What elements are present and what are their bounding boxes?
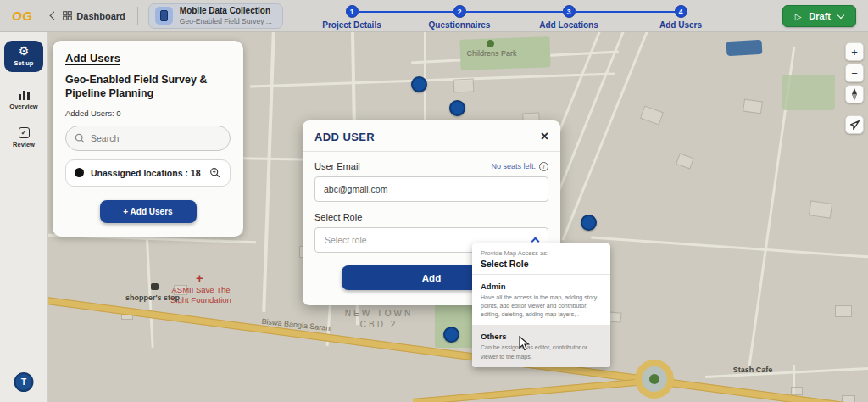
grid-icon [63,11,72,20]
zoom-out-button[interactable]: − [845,64,864,82]
checkbox-icon: ✓ [19,127,30,138]
step-project-details[interactable]: 1 Project Details [301,5,403,30]
step-number: 4 [675,5,687,18]
zoom-in-button[interactable]: + [845,42,864,61]
logo-og-text: OG [12,8,32,23]
step-number: 3 [563,5,576,18]
tree-icon [649,374,659,384]
shop-icon [151,283,159,290]
map-label-stash-cafe: Stash Cafe [715,366,791,374]
role-label: Select Role [314,212,548,222]
map-street [562,32,650,241]
compass-needle-icon [849,88,860,100]
step-add-locations[interactable]: 3 Add Locations [518,5,620,30]
step-add-users[interactable]: 4 Add Users [630,5,732,30]
location-dot-icon [75,168,84,177]
step-number: 2 [453,5,466,18]
unassigned-locations-label: Unassigned locations : 18 [91,168,203,178]
draft-label: Draft [809,11,831,21]
email-label: User Email [314,161,360,171]
step-label: Project Details [301,20,403,30]
building [791,387,803,395]
add-users-panel: Add Users Geo-Enabled Field Survey & Pip… [53,41,243,237]
role-option-desc: Have all the access in the map, adding s… [481,293,602,319]
step-label: Add Locations [518,20,620,30]
mobile-icon [155,7,173,25]
step-questionnaires[interactable]: 2 Questionnaires [409,5,510,30]
map-label-shoppers-stop: shopper's stop [114,293,191,302]
role-option-name: Admin [481,282,602,291]
play-icon: ▷ [795,12,802,21]
role-option-admin[interactable]: Admin Have all the access in the map, ad… [472,275,610,325]
app-screen: Childrens Park + ASMII Save The Sight Fo… [0,0,868,402]
sidebar-item-setup[interactable]: ⚙ Set up [4,41,43,72]
seats-note-text: No seats left. [491,162,536,170]
map-label-new-town: NEW TOWN [337,309,421,318]
map-street [262,32,275,312]
map-label-childrens-park: Childrens Park [453,49,530,58]
building [453,78,475,92]
role-option-others[interactable]: Others Can be assigned as editor, contri… [472,325,610,366]
sidebar-item-overview[interactable]: Overview [4,89,43,110]
dashboard-label: Dashboard [76,11,125,21]
panel-title: Add Users [65,52,231,64]
chevron-down-icon [837,11,844,18]
top-bar: MAPOG Dashboard Mobile Data Collection G… [0,0,868,32]
modal-title: ADD USER [314,131,375,143]
step-label: Add Users [630,20,732,30]
user-avatar[interactable]: T [14,372,34,392]
search-box[interactable] [65,126,231,151]
map-marker[interactable] [449,100,465,116]
role-select-placeholder: Select role [325,235,367,245]
map-marker[interactable] [581,215,597,231]
added-users-count: Added Users: 0 [65,109,231,118]
step-number: 1 [346,5,359,18]
close-icon[interactable]: × [541,130,548,143]
project-tab-subtitle: Geo-Enabled Field Survey ... [180,17,272,25]
gear-icon: ⚙ [4,45,43,57]
locate-button[interactable] [845,115,864,134]
building [842,395,855,402]
building [743,99,763,114]
step-label: Questionnaires [409,20,510,30]
dropdown-heading: Select Role [481,259,602,269]
navigation-arrow-icon [849,120,860,131]
role-option-name: Others [481,332,602,341]
email-field[interactable] [314,176,548,202]
building [809,200,832,218]
map-controls: + − [845,42,864,134]
map-label-cbd2: CBD 2 [337,320,421,329]
role-dropdown: Provide Map Access as: Select Role Admin… [472,243,610,367]
draft-button[interactable]: ▷ Draft [782,5,856,27]
info-icon[interactable]: i [539,162,548,171]
seats-note: No seats left. i [491,162,548,171]
map-marker[interactable] [443,327,459,343]
pond [726,40,763,56]
sidebar-item-label: Review [4,141,43,148]
project-tab[interactable]: Mobile Data Collection Geo-Enabled Field… [148,3,283,29]
project-name: Geo-Enabled Field Survey & Pipeline Plan… [65,73,231,101]
roundabout [635,360,674,399]
mouse-cursor [519,336,531,351]
back-to-dashboard[interactable]: Dashboard [51,11,125,21]
unassigned-locations-row[interactable]: Unassigned locations : 18 [65,159,231,187]
divider [137,7,138,25]
compass-button[interactable] [845,85,864,103]
search-input[interactable] [91,133,218,143]
zoom-to-icon[interactable] [209,167,221,179]
project-tab-title: Mobile Data Collection [180,6,272,17]
map-street [250,72,615,87]
map-marker[interactable] [411,76,427,92]
tree-icon [487,40,494,47]
chevron-left-icon [50,12,58,20]
park-area [782,75,835,110]
branch-road [413,377,663,402]
role-option-desc: Can be assigned as editor, contributor o… [481,343,602,360]
sidebar-item-label: Set up [4,59,43,67]
left-sidebar: ⚙ Set up Overview ✓ Review T [0,32,48,402]
sidebar-item-review[interactable]: ✓ Review [4,127,43,148]
add-users-button[interactable]: + Add Users [100,200,197,223]
building [835,305,852,317]
role-dropdown-header: Provide Map Access as: Select Role [472,243,610,275]
building [676,153,694,169]
